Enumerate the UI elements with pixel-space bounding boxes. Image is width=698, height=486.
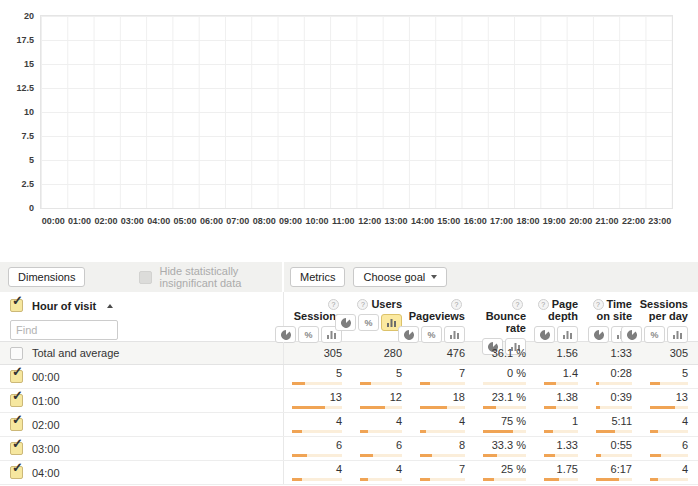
dimension-header-label[interactable]: Hour of visit	[32, 300, 96, 312]
table-row[interactable]: 04:0044725 %1.756:174	[0, 461, 698, 485]
metric-cell: 18	[412, 389, 475, 412]
percent-toggle-button[interactable]: %	[358, 314, 379, 331]
metric-cell: 4	[352, 413, 412, 436]
table-row[interactable]: 00:005570 %1.40:285	[0, 365, 698, 389]
column-label[interactable]: Sessions per day	[640, 298, 688, 322]
cell-bar-track	[650, 454, 688, 457]
table-row[interactable]: 01:0013121823.1 %1.380:3913	[0, 389, 698, 413]
cell-bar-track	[483, 406, 526, 409]
help-icon[interactable]: ?	[328, 299, 339, 310]
bar-toggle-button[interactable]	[444, 326, 465, 343]
pie-toggle-button[interactable]	[398, 326, 419, 343]
chart-plot-area	[40, 15, 673, 209]
x-axis-label: 14:00	[409, 216, 435, 226]
choose-goal-label: Choose goal	[363, 271, 425, 283]
total-cell: 280	[352, 342, 412, 364]
metric-value: 1.75	[536, 464, 588, 475]
x-axis-label: 12:00	[357, 216, 383, 226]
cell-bar-fill	[292, 430, 302, 433]
cell-bar-track	[650, 478, 688, 481]
metric-cell: 0:55	[588, 437, 642, 460]
metric-value: 1.33	[536, 440, 588, 451]
table-row[interactable]: 03:0066833.3 %1.330:556	[0, 437, 698, 461]
percent-toggle-button[interactable]: %	[421, 326, 442, 343]
cell-bar-track	[292, 406, 342, 409]
cell-bar-track	[596, 406, 632, 409]
cell-bar-track	[544, 478, 578, 481]
metric-value: 6:17	[588, 464, 642, 475]
row-left-cell: 04:00	[0, 461, 284, 484]
cell-bar-fill	[544, 430, 553, 433]
cell-bar-track	[483, 478, 526, 481]
help-icon[interactable]: ?	[593, 299, 604, 310]
cell-bar-track	[596, 478, 632, 481]
hour-label: 03:00	[32, 443, 60, 455]
hour-label: 01:00	[32, 395, 60, 407]
cell-bar-track	[360, 406, 402, 409]
pie-toggle-button[interactable]	[621, 326, 642, 343]
metric-value: 5:11	[588, 416, 642, 427]
total-cell: 36.1 %	[475, 342, 536, 364]
hide-insignificant-group: Hide statistically insignificant data	[139, 265, 282, 289]
cell-bar-fill	[483, 430, 513, 433]
cell-bar-track	[650, 406, 688, 409]
metric-cell: 23.1 %	[475, 389, 536, 412]
row-left-cell: 03:00	[0, 437, 284, 460]
pie-toggle-button[interactable]	[534, 326, 555, 343]
row-checkbox[interactable]	[10, 394, 23, 407]
y-axis-label: 12.5	[16, 83, 34, 93]
x-axis-label: 21:00	[594, 216, 620, 226]
cell-bar-fill	[360, 430, 368, 433]
help-icon[interactable]: ?	[538, 299, 549, 310]
total-row: Total and average 30528047636.1 %1.561:3…	[0, 341, 698, 365]
metric-cell: 5	[352, 365, 412, 388]
metric-value: 18	[412, 392, 475, 403]
column-label[interactable]: Users	[371, 298, 402, 310]
cell-bar-fill	[596, 478, 619, 481]
pie-toggle-button[interactable]	[275, 326, 296, 343]
x-axis-label: 13:00	[383, 216, 409, 226]
metric-view-toggles: %	[621, 326, 688, 343]
pie-toggle-button[interactable]	[335, 314, 356, 331]
cell-bar-track	[360, 382, 402, 385]
sort-ascending-icon[interactable]	[107, 304, 113, 308]
total-row-checkbox[interactable]	[10, 347, 23, 360]
cell-bar-fill	[544, 406, 556, 409]
select-all-hours-checkbox[interactable]	[10, 299, 23, 312]
bar-toggle-button[interactable]	[557, 326, 578, 343]
bar-toggle-button[interactable]	[667, 326, 688, 343]
pie-toggle-button[interactable]	[588, 326, 609, 343]
help-icon[interactable]: ?	[357, 299, 368, 310]
percent-toggle-button[interactable]: %	[644, 326, 665, 343]
row-checkbox[interactable]	[10, 442, 23, 455]
hour-label: 04:00	[32, 467, 60, 479]
percent-toggle-button[interactable]: %	[298, 326, 319, 343]
chart-bars	[41, 16, 672, 208]
dimensions-button[interactable]: Dimensions	[8, 267, 85, 287]
cell-bar-track	[544, 454, 578, 457]
metric-cell: 1	[536, 413, 588, 436]
cell-bar-fill	[292, 406, 325, 409]
column-label[interactable]: Page depth	[548, 298, 578, 322]
help-icon[interactable]: ?	[512, 299, 523, 310]
cell-bar-fill	[544, 478, 559, 481]
table-row[interactable]: 02:0044475 %15:114	[0, 413, 698, 437]
percent-icon: %	[304, 330, 312, 340]
row-checkbox[interactable]	[10, 466, 23, 479]
column-label[interactable]: Bounce rate	[486, 310, 526, 334]
metric-value: 7	[412, 368, 475, 379]
metric-cell: 4	[412, 413, 475, 436]
row-checkbox[interactable]	[10, 418, 23, 431]
hide-insignificant-checkbox[interactable]	[139, 271, 152, 284]
metric-value: 33.3 %	[475, 440, 536, 451]
choose-goal-button[interactable]: Choose goal	[353, 267, 447, 287]
row-checkbox[interactable]	[10, 370, 23, 383]
column-label[interactable]: Pageviews	[409, 310, 465, 322]
cell-bar-track	[292, 454, 342, 457]
help-icon[interactable]: ?	[451, 299, 462, 310]
cell-bar-fill	[596, 430, 615, 433]
metrics-button[interactable]: Metrics	[290, 267, 345, 287]
x-axis-label: 08:00	[251, 216, 277, 226]
column-header-label-wrap: Sessions per day	[640, 298, 688, 322]
find-input[interactable]	[10, 320, 118, 340]
